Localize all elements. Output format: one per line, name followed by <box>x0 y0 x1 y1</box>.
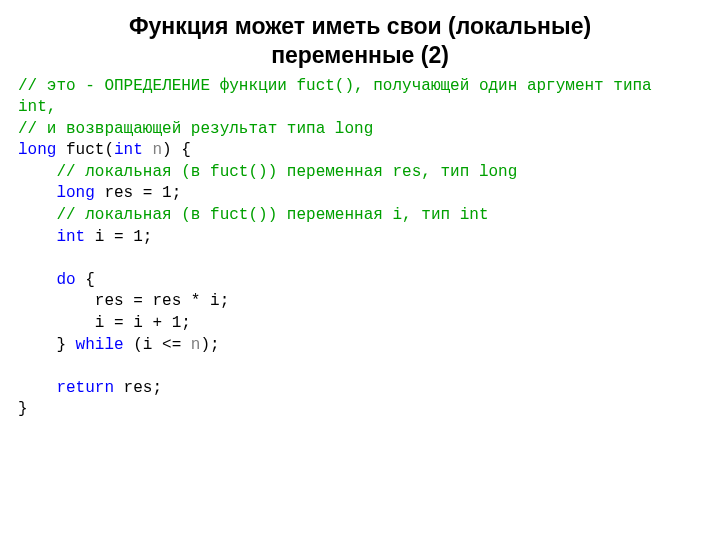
comment-text: i <box>392 206 402 224</box>
code-text: res; <box>114 379 162 397</box>
code-line: do { <box>18 271 95 289</box>
comment-text: // и возвращающей результат типа <box>18 120 335 138</box>
indent <box>18 163 56 181</box>
code-line: int i = 1; <box>18 228 152 246</box>
code-text: fuct( <box>56 141 114 159</box>
code-line: long fuct(int n) { <box>18 141 191 159</box>
keyword: do <box>56 271 75 289</box>
slide-title: Функция может иметь свои (локальные) пер… <box>18 12 702 70</box>
comment-text: fuct() <box>210 163 268 181</box>
code-text: i = 1; <box>85 228 152 246</box>
code-text: ); <box>200 336 219 354</box>
indent <box>18 228 56 246</box>
code-line: i = i + 1; <box>18 314 191 332</box>
comment-line: // это - ОПРЕДЕЛЕНИЕ функции fuct(), пол… <box>18 77 661 95</box>
keyword: return <box>56 379 114 397</box>
comment-text: int <box>18 98 47 116</box>
code-line: } while (i <= n); <box>18 336 220 354</box>
keyword: int <box>114 141 143 159</box>
keyword: int <box>56 228 85 246</box>
comment-text: ) переменная <box>268 206 393 224</box>
comment-text: // это - ОПРЕДЕЛЕНИЕ функции <box>18 77 296 95</box>
code-line: // локальная (в fuct()) переменная i, ти… <box>18 206 489 224</box>
indent <box>18 314 95 332</box>
code-line: // локальная (в fuct()) переменная res, … <box>18 163 517 181</box>
code-text: i = i + 1; <box>95 314 191 332</box>
code-text: } <box>56 336 75 354</box>
indent <box>18 206 56 224</box>
indent <box>18 184 56 202</box>
keyword: while <box>76 336 124 354</box>
identifier: n <box>152 141 162 159</box>
code-text: ) { <box>162 141 191 159</box>
comment-text: int <box>460 206 489 224</box>
comment-text: res <box>392 163 421 181</box>
comment-line: // и возвращающей результат типа long <box>18 120 373 138</box>
comment-text: , получающей один аргумент типа <box>354 77 661 95</box>
comment-text: long <box>335 120 373 138</box>
comment-text: ) переменная <box>268 163 393 181</box>
comment-text: , тип <box>421 163 479 181</box>
comment-text: long <box>479 163 517 181</box>
keyword: long <box>56 184 94 202</box>
comment-text: // локальная (в <box>56 163 210 181</box>
slide: Функция может иметь свои (локальные) пер… <box>0 0 720 540</box>
comment-text: // локальная (в <box>56 206 210 224</box>
indent <box>18 379 56 397</box>
code-text: (i <= <box>124 336 191 354</box>
comment-line: int, <box>18 98 56 116</box>
code-line: long res = 1; <box>18 184 181 202</box>
code-block: // это - ОПРЕДЕЛЕНИЕ функции fuct(), пол… <box>18 76 702 422</box>
code-line: res = res * i; <box>18 292 229 310</box>
code-line: return res; <box>18 379 162 397</box>
code-text: res = 1; <box>95 184 181 202</box>
comment-text: , тип <box>402 206 460 224</box>
comment-text: , <box>47 98 57 116</box>
identifier: n <box>191 336 201 354</box>
indent <box>18 336 56 354</box>
comment-text: fuct() <box>296 77 354 95</box>
comment-text: fuct() <box>210 206 268 224</box>
indent <box>18 271 56 289</box>
code-text: { <box>76 271 95 289</box>
code-line: } <box>18 400 28 418</box>
keyword: long <box>18 141 56 159</box>
indent <box>18 292 95 310</box>
code-text <box>143 141 153 159</box>
code-text: res = res * i; <box>95 292 229 310</box>
